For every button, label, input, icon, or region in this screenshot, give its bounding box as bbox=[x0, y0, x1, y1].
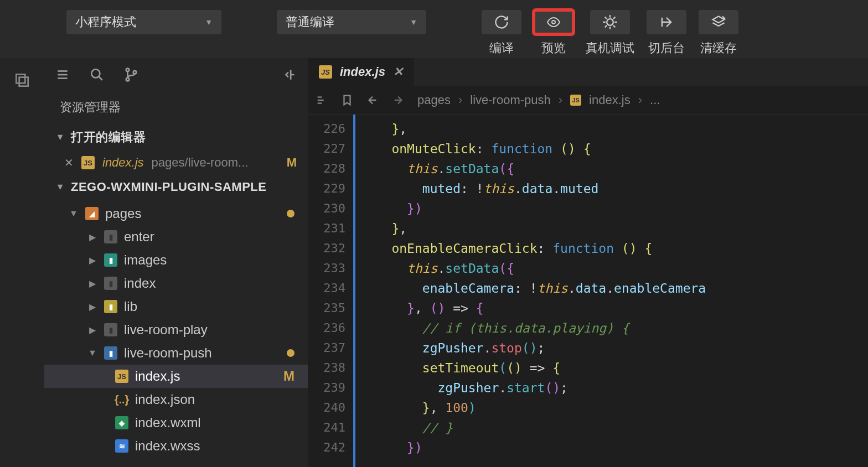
tree-label: index bbox=[124, 276, 297, 291]
compile-button[interactable] bbox=[482, 10, 521, 34]
chevron-down-icon: ▼ bbox=[410, 18, 417, 27]
tab-bar: JS index.js ✕ bbox=[308, 58, 868, 86]
editor: JS index.js ✕ pages › live-room-push › J… bbox=[308, 58, 868, 467]
tree-folder-enter[interactable]: ▶ ▮ enter bbox=[44, 225, 308, 248]
editor-gutter-icons bbox=[316, 94, 404, 106]
json-icon: {..} bbox=[115, 393, 128, 406]
chevron-right-icon: › bbox=[559, 93, 562, 107]
close-icon[interactable]: ✕ bbox=[64, 156, 74, 169]
breadcrumb-segment[interactable]: pages bbox=[417, 93, 451, 107]
preview-button[interactable] bbox=[534, 10, 574, 34]
tree-label: index.wxml bbox=[135, 415, 297, 430]
chevron-down-icon: ▼ bbox=[87, 348, 97, 358]
svg-point-0 bbox=[552, 20, 555, 24]
sidebar-toolbar bbox=[44, 58, 308, 91]
collapse-icon[interactable] bbox=[282, 68, 297, 82]
stack-icon[interactable] bbox=[13, 71, 31, 89]
search-icon[interactable] bbox=[90, 68, 104, 82]
tree-file-index-json[interactable]: {..} index.json bbox=[44, 388, 308, 411]
compile-dropdown[interactable]: 普通编译 ▼ bbox=[277, 10, 426, 34]
background-button[interactable] bbox=[647, 10, 686, 34]
top-toolbar: 小程序模式 ▼ 普通编译 ▼ 编译 预览 真机调试 bbox=[0, 0, 868, 58]
bookmark-icon[interactable] bbox=[341, 94, 353, 106]
tab-index-js[interactable]: JS index.js ✕ bbox=[308, 58, 414, 86]
tree-label: lib bbox=[124, 299, 297, 314]
compile-label: 编译 bbox=[489, 40, 514, 56]
tree-folder-pages[interactable]: ▼ ◢ pages bbox=[44, 202, 308, 225]
tab-label: index.js bbox=[340, 65, 385, 79]
clear-cache-action: 清缓存 bbox=[699, 10, 738, 56]
remote-debug-button[interactable] bbox=[590, 10, 630, 34]
chevron-right-icon: ▶ bbox=[87, 255, 97, 266]
code-content[interactable]: }, onMuteClick: function () { this.setDa… bbox=[353, 115, 868, 467]
folder-icon: ▮ bbox=[104, 277, 117, 290]
tree-file-index-wxml[interactable]: ◈ index.wxml bbox=[44, 411, 308, 434]
breadcrumb[interactable]: pages › live-room-push › JS index.js › .… bbox=[417, 93, 660, 107]
arrow-left-icon[interactable] bbox=[366, 94, 379, 106]
arrow-right-icon[interactable] bbox=[392, 94, 404, 106]
tree-label: index.json bbox=[135, 392, 297, 407]
chevron-right-icon: ▶ bbox=[87, 302, 97, 312]
wxml-icon: ◈ bbox=[115, 416, 128, 429]
sidebar-title: 资源管理器 bbox=[44, 91, 308, 123]
tree-folder-live-room-push[interactable]: ▼ ▮ live-room-push bbox=[44, 341, 308, 365]
indent-guide bbox=[353, 115, 355, 467]
chevron-right-icon: ▶ bbox=[87, 232, 97, 242]
tree-folder-lib[interactable]: ▶ ▮ lib bbox=[44, 295, 308, 318]
chevron-right-icon: › bbox=[638, 93, 642, 107]
code-area[interactable]: 226 227 228 229 230 231 232 233 234 235 … bbox=[308, 115, 868, 467]
file-tree: ▼ ◢ pages ▶ ▮ enter ▶ ▮ images ▶ ▮ index bbox=[44, 200, 308, 460]
compile-dropdown-label: 普通编译 bbox=[286, 14, 334, 30]
sidebar: 资源管理器 ▼ 打开的编辑器 ✕ JS index.js pages/live-… bbox=[44, 58, 308, 467]
svg-point-1 bbox=[607, 19, 613, 25]
js-icon: JS bbox=[319, 65, 332, 79]
list-icon[interactable] bbox=[55, 68, 70, 82]
tree-label: index.js bbox=[135, 369, 277, 384]
background-label: 切后台 bbox=[648, 40, 685, 56]
modified-dot-icon bbox=[287, 349, 294, 357]
svg-rect-2 bbox=[16, 74, 25, 83]
chevron-right-icon: ▶ bbox=[87, 325, 97, 335]
open-editor-path: pages/live-room... bbox=[152, 155, 279, 170]
mode-dropdown[interactable]: 小程序模式 ▼ bbox=[66, 10, 221, 34]
wxss-icon: ≋ bbox=[115, 439, 128, 453]
activity-bar bbox=[0, 58, 44, 467]
main-area: 资源管理器 ▼ 打开的编辑器 ✕ JS index.js pages/live-… bbox=[0, 58, 868, 467]
chevron-right-icon: ▶ bbox=[87, 278, 97, 289]
mode-dropdown-label: 小程序模式 bbox=[75, 14, 136, 30]
breadcrumb-segment[interactable]: index.js bbox=[589, 93, 631, 107]
tree-folder-live-room-play[interactable]: ▶ ▮ live-room-play bbox=[44, 318, 308, 341]
folder-icon: ▮ bbox=[104, 300, 117, 313]
folder-open-icon: ▮ bbox=[104, 346, 117, 360]
project-header[interactable]: ▼ ZEGO-WXMINI-PLUGIN-SAMPLE bbox=[44, 174, 308, 200]
folder-icon: ▮ bbox=[104, 230, 117, 243]
clear-cache-button[interactable] bbox=[699, 10, 738, 34]
background-action: 切后台 bbox=[647, 10, 686, 56]
chevron-down-icon: ▼ bbox=[69, 209, 79, 219]
breadcrumb-bar: pages › live-room-push › JS index.js › .… bbox=[308, 86, 868, 115]
close-icon[interactable]: ✕ bbox=[393, 65, 403, 79]
refresh-icon bbox=[494, 14, 509, 30]
open-editor-item[interactable]: ✕ JS index.js pages/live-room... M bbox=[44, 151, 308, 174]
remote-debug-action: 真机调试 bbox=[586, 10, 634, 56]
open-editors-header[interactable]: ▼ 打开的编辑器 bbox=[44, 123, 308, 151]
svg-point-9 bbox=[126, 69, 129, 71]
breadcrumb-segment[interactable]: live-room-push bbox=[470, 93, 551, 107]
tree-file-index-wxss[interactable]: ≋ index.wxss bbox=[44, 434, 308, 458]
tree-file-index-js[interactable]: JS index.js M bbox=[44, 365, 308, 388]
list-icon[interactable] bbox=[316, 94, 328, 106]
remote-debug-label: 真机调试 bbox=[586, 40, 634, 56]
chevron-down-icon: ▼ bbox=[55, 182, 65, 192]
line-numbers: 226 227 228 229 230 231 232 233 234 235 … bbox=[308, 115, 353, 467]
chevron-right-icon: › bbox=[458, 93, 462, 107]
preview-action: 预览 bbox=[534, 10, 574, 56]
tree-folder-index[interactable]: ▶ ▮ index bbox=[44, 272, 308, 295]
breadcrumb-segment[interactable]: ... bbox=[650, 93, 660, 107]
branch-icon[interactable] bbox=[124, 68, 138, 82]
modified-dot-icon bbox=[287, 210, 294, 217]
tree-folder-images[interactable]: ▶ ▮ images bbox=[44, 248, 308, 272]
project-name: ZEGO-WXMINI-PLUGIN-SAMPLE bbox=[71, 180, 266, 194]
folder-icon: ▮ bbox=[104, 253, 117, 267]
eye-icon bbox=[545, 15, 562, 29]
folder-icon: ▮ bbox=[104, 323, 117, 336]
